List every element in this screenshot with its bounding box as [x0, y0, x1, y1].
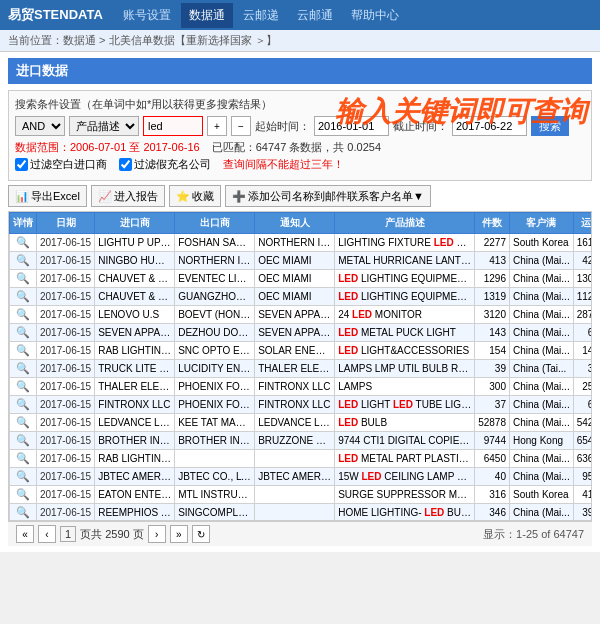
row-importer: CHAUVET & SON...: [95, 288, 175, 306]
nav-data[interactable]: 数据通: [181, 3, 233, 28]
col-date: 日期: [37, 213, 95, 234]
query-note: 查询间隔不能超过三年！: [223, 157, 344, 172]
table-row: 🔍2017-06-15RAB LIGHTING INCLED METAL PAR…: [10, 450, 593, 468]
row-origin: Hong Kong: [509, 432, 573, 450]
row-volume: 339: [573, 360, 592, 378]
excel-btn[interactable]: 📊导出Excel: [8, 185, 87, 207]
row-product: 9744 CTI1 DIGITAL COPIER/PRINTER ACC FOR…: [335, 432, 475, 450]
table-wrap: 详情 日期 进口商 出口商 通知人 产品描述 件数 客户满 运量 🔍2017-0…: [8, 211, 592, 521]
row-detail-icon[interactable]: 🔍: [10, 324, 37, 342]
end-date-input[interactable]: [452, 116, 527, 136]
row-volume: 28761: [573, 306, 592, 324]
row-exporter: DEZHOU DODO...: [175, 324, 255, 342]
row-notify: [255, 504, 335, 522]
row-importer: LENOVO U.S: [95, 306, 175, 324]
row-importer: EATON ENTERPR...: [95, 486, 175, 504]
icon-btn-2[interactable]: −: [231, 116, 251, 136]
row-volume: 4213: [573, 252, 592, 270]
row-date: 2017-06-15: [37, 270, 95, 288]
start-date-input[interactable]: [314, 116, 389, 136]
row-volume: 13016: [573, 270, 592, 288]
row-qty: 2277: [475, 234, 510, 252]
row-detail-icon[interactable]: 🔍: [10, 342, 37, 360]
table-row: 🔍2017-06-15CHAUVET & SON...EVENTEC LIMIT…: [10, 270, 593, 288]
row-notify: THALER ELECTRIC: [255, 360, 335, 378]
row-date: 2017-06-15: [37, 234, 95, 252]
page-prev[interactable]: ‹: [38, 525, 56, 543]
row-qty: 3120: [475, 306, 510, 324]
row-detail-icon[interactable]: 🔍: [10, 234, 37, 252]
product-select[interactable]: 产品描述: [69, 116, 139, 136]
search-area: 输入关键词即可查询 搜索条件设置（在单词中如*用以获得更多搜索结果） AND 产…: [8, 90, 592, 181]
table-row: 🔍2017-06-15FINTRONX LLCPHOENIX FOREIG...…: [10, 396, 593, 414]
row-detail-icon[interactable]: 🔍: [10, 270, 37, 288]
row-date: 2017-06-15: [37, 342, 95, 360]
row-origin: South Korea: [509, 486, 573, 504]
row-detail-icon[interactable]: 🔍: [10, 360, 37, 378]
row-date: 2017-06-15: [37, 360, 95, 378]
row-detail-icon[interactable]: 🔍: [10, 432, 37, 450]
add-company-btn[interactable]: ➕添加公司名称到邮件联系客户名单▼: [225, 185, 431, 207]
row-importer: CHAUVET & SON...: [95, 270, 175, 288]
row-volume: 11296: [573, 288, 592, 306]
table-row: 🔍2017-06-15LIGHTU P UP INC.FOSHAN SANSH.…: [10, 234, 593, 252]
row-detail-icon[interactable]: 🔍: [10, 378, 37, 396]
row-detail-icon[interactable]: 🔍: [10, 288, 37, 306]
icon-btn-1[interactable]: +: [207, 116, 227, 136]
col-volume: 运量: [573, 213, 592, 234]
table-row: 🔍2017-06-15LENOVO U.SBOEVT (HONG K...SEV…: [10, 306, 593, 324]
page-refresh[interactable]: ↻: [192, 525, 210, 543]
page-last[interactable]: »: [170, 525, 188, 543]
row-date: 2017-06-15: [37, 252, 95, 270]
row-detail-icon[interactable]: 🔍: [10, 486, 37, 504]
row-detail-icon[interactable]: 🔍: [10, 414, 37, 432]
checkbox-import[interactable]: 过滤空白进口商: [15, 157, 107, 172]
nav-help[interactable]: 帮助中心: [343, 3, 407, 28]
row-importer: TRUCK LITE COM...: [95, 360, 175, 378]
row-qty: 1296: [475, 270, 510, 288]
row-exporter: KEE TAT MANUF...: [175, 414, 255, 432]
row-detail-icon[interactable]: 🔍: [10, 306, 37, 324]
row-notify: FINTRONX LLC: [255, 396, 335, 414]
row-origin: China (Mai...: [509, 252, 573, 270]
table-row: 🔍2017-06-15TRUCK LITE COM...LUCIDITY ENT…: [10, 360, 593, 378]
row-origin: China (Mai...: [509, 324, 573, 342]
page-number: 1: [60, 526, 76, 542]
row-product: 15W LED CEILING LAMP 14 3000K: [335, 468, 475, 486]
row-detail-icon[interactable]: 🔍: [10, 450, 37, 468]
row-notify: OEC MIAMI: [255, 252, 335, 270]
row-importer: LEDVANCE LLC: [95, 414, 175, 432]
row-qty: 52878: [475, 414, 510, 432]
row-exporter: SINGCOMPLEX LTD: [175, 504, 255, 522]
search-button[interactable]: 搜索: [531, 116, 569, 136]
nav-account[interactable]: 账号设置: [115, 3, 179, 28]
page-next[interactable]: ›: [148, 525, 166, 543]
row-notify: SOLAR ENERGY...: [255, 342, 335, 360]
row-product: LAMPS LMP UTIL BULB REPL CHROME KIT LED …: [335, 360, 475, 378]
pagination: « ‹ 1 页共 2590 页 › » ↻ 显示：1-25 of 64747: [8, 521, 592, 546]
import-btn[interactable]: 📈进入报告: [91, 185, 165, 207]
table-row: 🔍2017-06-15REEMPHIOS TEC...SINGCOMPLEX L…: [10, 504, 593, 522]
search-row-3: 数据范围：2006-07-01 至 2017-06-16 已匹配：64747 条…: [15, 140, 585, 155]
row-exporter: BOEVT (HONG K...: [175, 306, 255, 324]
row-detail-icon[interactable]: 🔍: [10, 504, 37, 522]
row-product: LED LIGHT&ACCESSORIES: [335, 342, 475, 360]
data-table: 详情 日期 进口商 出口商 通知人 产品描述 件数 客户满 运量 🔍2017-0…: [9, 212, 592, 521]
row-origin: China (Mai...: [509, 396, 573, 414]
row-product: HOME LIGHTING- LED BULBS AND LAMPS HS CO…: [335, 504, 475, 522]
row-detail-icon[interactable]: 🔍: [10, 252, 37, 270]
nav-yuntu[interactable]: 云邮通: [289, 3, 341, 28]
col-notify: 通知人: [255, 213, 335, 234]
page-first[interactable]: «: [16, 525, 34, 543]
checkbox-fake[interactable]: 过滤假充名公司: [119, 157, 211, 172]
row-detail-icon[interactable]: 🔍: [10, 468, 37, 486]
row-exporter: EVENTEC LIMITED: [175, 270, 255, 288]
row-importer: NINGBO HUAMA...: [95, 252, 175, 270]
row-detail-icon[interactable]: 🔍: [10, 396, 37, 414]
nav-mail[interactable]: 云邮递: [235, 3, 287, 28]
nav-logo: 易贸STENDATA: [8, 6, 103, 24]
keyword-input[interactable]: [143, 116, 203, 136]
and-select[interactable]: AND: [15, 116, 65, 136]
row-product: 24 LED MONITOR: [335, 306, 475, 324]
collect-btn[interactable]: ⭐收藏: [169, 185, 221, 207]
